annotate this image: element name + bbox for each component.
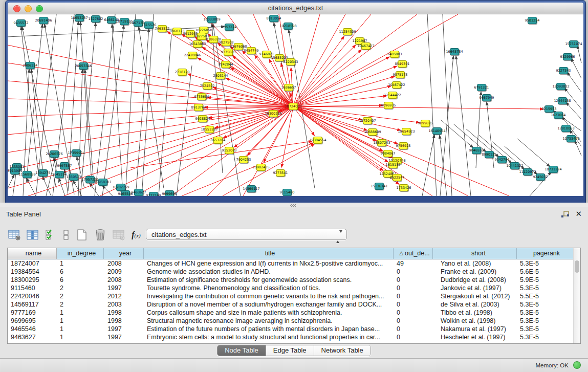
network-node[interactable]: 9667949 [480, 95, 494, 101]
network-node[interactable]: 10982435 [252, 164, 269, 171]
window-titlebar[interactable]: citations_edges.txt [8, 3, 583, 14]
table-row[interactable]: 946554611997Estimation of the future num… [8, 325, 580, 333]
network-node[interactable]: 10553287 [201, 126, 217, 133]
column-header-out-degree[interactable]: △out_de... [394, 248, 433, 259]
network-node[interactable]: 16782759 [112, 184, 129, 191]
network-node[interactable]: 15720407 [359, 118, 376, 124]
network-node[interactable]: 9084067 [381, 150, 396, 157]
network-node[interactable]: 20206576 [46, 151, 62, 158]
network-node[interactable]: 7357224 [222, 24, 237, 31]
network-node[interactable]: 12093832 [552, 83, 569, 90]
network-node[interactable]: 9735684 [194, 94, 209, 100]
network-node[interactable]: 8960123 [170, 28, 185, 35]
close-panel-icon[interactable]: ✕ [575, 209, 582, 218]
network-node[interactable]: 8990125 [482, 151, 497, 158]
network-node[interactable]: 10958107 [94, 179, 111, 186]
network-node[interactable]: 9227343 [556, 68, 571, 74]
network-node[interactable]: 1145194 [52, 171, 67, 178]
network-node[interactable]: 9273541 [273, 170, 288, 177]
network-node[interactable]: 10733440 [562, 136, 579, 142]
network-node[interactable]: 20053346 [75, 63, 92, 70]
close-window-button[interactable] [13, 5, 20, 12]
select-rows-checks-icon[interactable] [43, 228, 57, 242]
network-node[interactable]: 19384554 [309, 137, 326, 144]
network-node[interactable]: 9342794 [495, 157, 510, 163]
column-header-short[interactable]: short [433, 248, 517, 259]
memory-status-indicator-icon[interactable] [573, 361, 581, 369]
network-node[interactable]: 10688609 [364, 129, 381, 136]
network-node[interactable]: 2522544 [390, 174, 405, 181]
network-node[interactable]: 9699695 [162, 191, 177, 196]
column-header-name[interactable]: name [8, 248, 57, 259]
network-node[interactable]: 9463627 [132, 189, 146, 196]
network-node[interactable]: 2485083 [387, 51, 402, 58]
network-node[interactable]: 1394275 [36, 170, 51, 177]
network-node[interactable]: 2906134 [23, 62, 38, 69]
delete-icon[interactable] [93, 228, 107, 242]
network-node[interactable]: 16648784 [446, 49, 463, 55]
network-node[interactable]: 9928824 [195, 116, 210, 122]
network-node[interactable]: 6791321 [474, 84, 489, 91]
network-node[interactable]: 10467427 [357, 43, 374, 50]
table-row[interactable]: 1938455462009Genome-wide association stu… [8, 268, 580, 276]
network-node[interactable]: 8096935 [381, 102, 396, 109]
table-selector-dropdown[interactable]: citations_edges.txt [146, 229, 347, 240]
network-node[interactable]: 18807243 [373, 140, 390, 146]
network-canvas[interactable]: 9435572206914061065328715276026466140107… [8, 14, 583, 196]
table-row[interactable]: 2242004622012Investigating the contribut… [8, 292, 580, 300]
column-header-title[interactable]: title [144, 248, 394, 259]
function-builder-icon[interactable]: f(x) [129, 228, 143, 242]
table-settings-icon[interactable] [7, 228, 21, 242]
network-node[interactable]: 9756928 [396, 143, 411, 149]
splitter-grip-icon[interactable] [290, 204, 296, 207]
network-node[interactable]: 9375685 [221, 49, 236, 56]
network-node[interactable]: 10441322 [506, 163, 523, 169]
network-node[interactable]: 9329966 [560, 54, 575, 60]
network-node[interactable]: 7524502 [200, 83, 215, 90]
network-node[interactable]: 9242844 [219, 61, 233, 68]
table-row[interactable]: 1872400712008Changes of HCN gene express… [8, 259, 580, 268]
network-node[interactable]: 11544422 [384, 92, 401, 99]
network-node[interactable]: 14569117 [243, 186, 259, 192]
network-node[interactable]: 19218598 [279, 23, 296, 30]
tab-edge-table[interactable]: Edge Table [266, 345, 314, 356]
network-node[interactable]: 7515526 [142, 22, 157, 29]
network-node[interactable]: 1636657 [281, 84, 296, 91]
network-node[interactable]: 10467422 [388, 82, 405, 89]
table-row[interactable]: 969969511998Structural magnetic resonanc… [8, 317, 580, 325]
network-node[interactable]: 9503254 [525, 17, 540, 24]
network-node[interactable]: 8549391 [395, 61, 410, 68]
network-node[interactable]: 20691406 [35, 17, 52, 24]
new-document-icon[interactable] [75, 228, 89, 242]
network-node[interactable]: 9245032 [533, 174, 548, 181]
network-node[interactable]: 12810063 [557, 125, 574, 132]
network-node[interactable]: 1527602 [89, 16, 103, 23]
network-node[interactable]: 9899695 [418, 120, 433, 127]
network-node[interactable]: 9465546 [118, 191, 133, 196]
network-node[interactable]: 8813054 [267, 15, 281, 22]
float-window-icon[interactable] [561, 211, 570, 218]
network-node[interactable]: 9115460 [280, 189, 295, 196]
network-view-window[interactable]: citations_edges.txt 94355722069140610653… [5, 0, 586, 204]
select-columns-icon[interactable] [26, 228, 40, 242]
table-row[interactable]: 946362711997Embryonic stem cells: a mode… [8, 333, 580, 341]
network-node[interactable]: 2718120 [175, 69, 190, 76]
column-header-in-degree[interactable]: in_degree [57, 248, 104, 259]
table-vertical-scrollbar[interactable] [573, 248, 580, 343]
network-node[interactable]: 9435572 [14, 20, 29, 27]
network-node[interactable]: 11568859 [18, 171, 35, 178]
network-node[interactable]: 8653204 [211, 137, 226, 144]
network-node[interactable]: 8215953 [542, 106, 557, 113]
column-header-year[interactable]: year [104, 248, 144, 259]
network-node[interactable]: 15751074 [565, 41, 582, 48]
network-node[interactable]: 10731224 [545, 166, 561, 173]
table-row[interactable]: 977716911998Corpus callosum shape and si… [8, 309, 580, 317]
rows-icon[interactable] [59, 228, 73, 242]
network-node[interactable]: 8454749 [244, 48, 259, 54]
network-node[interactable]: 22420046 [184, 52, 201, 59]
network-node[interactable]: 15136141 [371, 183, 387, 190]
network-node[interactable]: 1733426 [397, 185, 411, 191]
zoom-window-button[interactable] [36, 5, 43, 12]
network-node[interactable]: 19654923 [398, 128, 415, 135]
scrollbar-thumb[interactable] [575, 260, 579, 273]
